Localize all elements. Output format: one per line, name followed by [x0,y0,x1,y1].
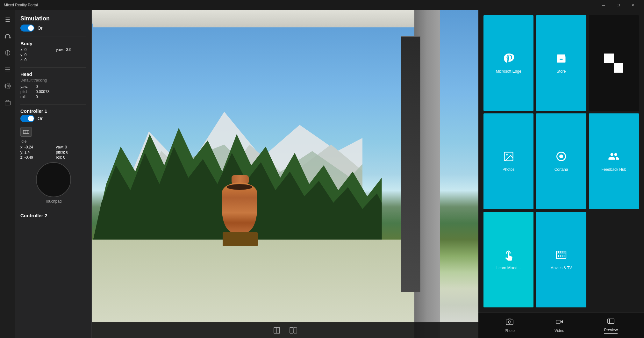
touchpad[interactable] [36,162,71,197]
head-section: Head Default tracking yaw: 0 pitch: 0.00… [20,71,86,99]
x-q2 [614,54,623,63]
simulation-section: Simulation On [20,15,86,32]
pergola-beam [92,10,440,27]
svg-point-21 [559,155,563,158]
head-yaw-label: yaw: [20,84,33,89]
center-viewport [92,10,478,338]
dual-view-button[interactable] [288,325,299,336]
capture-bar: Photo Video Preview [478,313,644,338]
sidebar-tools-icon[interactable] [2,64,13,75]
maximize-button[interactable]: ❐ [611,0,626,10]
ctrl1-pitch-label: pitch: 0 [56,150,87,155]
head-roll-value: 0 [36,95,38,99]
svg-rect-0 [4,37,6,39]
preview-icon [607,317,615,327]
svg-rect-17 [294,327,297,333]
svg-rect-24 [556,320,560,323]
svg-rect-26 [608,319,614,323]
photo-label: Photo [505,328,515,333]
simulation-toggle-label: On [38,25,44,31]
photos-label: Photos [503,167,514,172]
x-q3 [604,63,614,73]
video-label: Video [555,328,564,333]
x-q1 [604,54,614,63]
x-shape-inner [604,54,623,73]
svg-rect-16 [290,327,293,333]
edge-label: Microsoft Edge [496,69,521,74]
svg-rect-5 [5,101,10,105]
ctrl1-roll-label: roll: 0 [56,155,87,160]
body-x-label: x: 0 [20,47,51,52]
simulation-toggle-row: On [20,25,86,32]
preview-label: Preview [604,328,618,334]
simulation-toggle-knob [28,25,34,31]
scene-screen [401,36,420,292]
head-yaw-value: 0 [36,84,38,89]
x-q4 [614,63,623,73]
sidebar-headset-icon[interactable] [2,31,13,42]
left-panel: Simulation On Body x: 0 yaw: -3.9 y: 0 z… [15,10,92,338]
simulation-toggle[interactable] [20,25,34,32]
feedback-label: Feedback Hub [601,167,626,172]
tile-store[interactable]: Store [536,15,586,111]
controller1-section: Controller 1 On Idle x: -0.24 yaw: 0 y: … [20,108,86,204]
svg-point-19 [506,154,508,156]
svg-rect-6 [23,130,29,133]
capture-photo[interactable]: Photo [500,315,520,335]
store-icon [555,53,567,67]
body-section: Body x: 0 yaw: -3.9 y: 0 z: 0 [20,41,86,62]
body-title: Body [20,41,86,46]
tile-feedback[interactable]: Feedback Hub [589,113,639,209]
capture-video[interactable]: Video [549,315,569,335]
sidebar-menu-icon[interactable]: ☰ [2,14,13,25]
movies-label: Movies & TV [550,266,572,270]
body-z-label: z: 0 [20,58,51,62]
bottom-toolbar [92,322,478,338]
vase-opening [227,184,252,190]
tile-cortana[interactable]: Cortana [536,113,586,209]
sidebar-settings-icon[interactable] [2,80,13,92]
head-pitch-row: pitch: 0.00073 [20,90,86,94]
body-yaw-label: yaw: -3.9 [56,47,87,52]
close-button[interactable]: ✕ [626,0,640,10]
capture-preview[interactable]: Preview [599,315,623,336]
head-pitch-value: 0.00073 [36,90,49,94]
ctrl1-yaw-label: yaw: 0 [56,145,87,149]
controller2-section: Controller 2 [20,213,86,218]
tile-empty [589,212,639,307]
divider-4 [20,209,86,209]
controller1-status: Idle [20,139,86,144]
anchor-button[interactable] [20,127,32,137]
head-roll-label: roll: [20,95,33,99]
divider-2 [20,67,86,68]
controller1-title: Controller 1 [20,108,86,114]
single-view-button[interactable] [271,325,283,336]
body-y2-label [56,53,87,57]
photo-icon [506,318,513,327]
tile-photos[interactable]: Photos [483,113,533,209]
video-icon [555,318,563,327]
icon-sidebar: ☰ [0,10,15,338]
touchpad-container: Touchpad [20,162,86,204]
x-shape [604,54,623,73]
head-title: Head [20,71,86,77]
controller1-toggle-row: On [20,115,86,122]
tile-edge[interactable]: Microsoft Edge [483,15,533,111]
learn-icon [503,249,514,263]
tile-movies[interactable]: Movies & TV [536,212,586,307]
ctrl1-y-label: y: 1.4 [20,150,51,155]
tile-learn[interactable]: Learn Mixed... [483,212,533,307]
svg-rect-22 [556,251,566,259]
cortana-icon [555,151,567,165]
controller1-toggle-label: On [38,116,44,121]
sidebar-controller-icon[interactable] [2,47,13,59]
minimize-button[interactable]: — [596,0,611,10]
tile-x[interactable] [589,15,639,111]
controller1-toggle[interactable] [20,115,34,122]
svg-rect-1 [9,37,11,39]
titlebar: Mixed Reality Portal — ❐ ✕ [0,0,644,10]
vase-stand [223,232,258,246]
vr-scene [92,10,478,338]
sidebar-store-icon[interactable] [2,97,13,108]
simulation-title: Simulation [20,15,86,22]
